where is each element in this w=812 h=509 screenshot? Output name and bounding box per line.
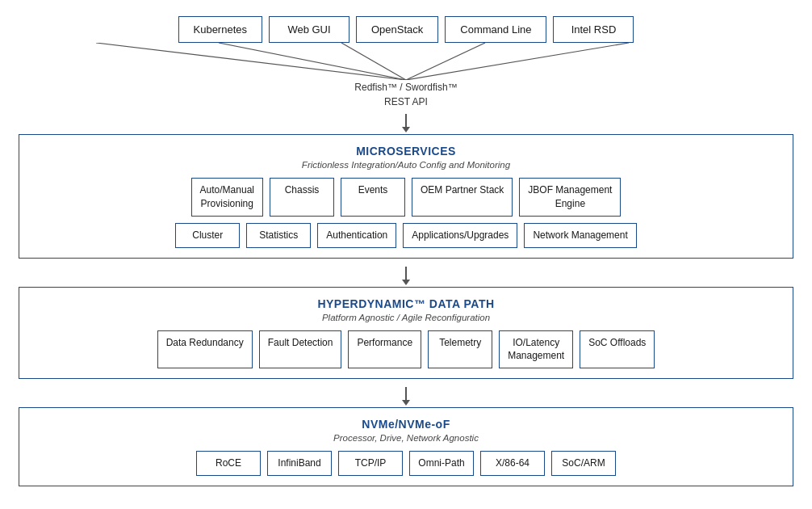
item-telemetry: Telemetry [428, 330, 492, 369]
item-applications: Applications/Upgrades [403, 223, 517, 248]
microservices-title: MICROSERVICES [32, 145, 780, 158]
svg-line-1 [219, 43, 406, 80]
item-cluster: Cluster [175, 223, 240, 248]
item-soc-offloads: SoC Offloads [580, 330, 655, 369]
top-box-commandline: Command Line [445, 16, 546, 43]
item-fault-detection: Fault Detection [259, 330, 342, 369]
nvme-title: NVMe/NVMe-oF [32, 418, 780, 431]
item-jbof: JBOF ManagementEngine [519, 178, 621, 217]
item-infiniband: InfiniBand [267, 451, 332, 476]
svg-line-0 [96, 43, 406, 80]
item-chassis: Chassis [270, 178, 334, 217]
microservices-section: MICROSERVICES Frictionless Integration/A… [19, 134, 793, 258]
item-roce: RoCE [196, 451, 261, 476]
hyperdynamic-section: HYPERDYNAMIC™ DATA PATH Platform Agnosti… [19, 287, 793, 380]
arrow-down-3 [402, 387, 410, 406]
top-box-webgui: Web GUI [269, 16, 349, 43]
microservices-row1: Auto/ManualProvisioning Chassis Events O… [32, 178, 780, 217]
connector-lines [19, 43, 793, 80]
top-box-intelrsd: Intel RSD [553, 16, 634, 43]
item-oem: OEM Partner Stack [412, 178, 513, 217]
item-io-latency: IO/LatencyManagement [499, 330, 573, 369]
svg-line-4 [406, 43, 629, 80]
hyperdynamic-subtitle: Platform Agnostic / Agile Reconfiguratio… [32, 313, 780, 322]
architecture-diagram: Kubernetes Web GUI OpenStack Command Lin… [19, 16, 793, 493]
top-box-kubernetes: Kubernetes [178, 16, 263, 43]
item-x86-64: X/86-64 [480, 451, 545, 476]
nvme-subtitle: Processor, Drive, Network Agnostic [32, 433, 780, 443]
rest-api-label: Redfish™ / Swordfish™ REST API [354, 80, 457, 109]
item-statistics: Statistics [246, 223, 311, 248]
item-network-management: Network Management [524, 223, 636, 248]
nvme-section: NVMe/NVMe-oF Processor, Drive, Network A… [19, 407, 793, 486]
hyperdynamic-title: HYPERDYNAMIC™ DATA PATH [32, 297, 780, 310]
nvme-row1: RoCE InfiniBand TCP/IP Omni-Path X/86-64… [32, 451, 780, 476]
svg-line-2 [341, 43, 406, 80]
arrow-down-2 [402, 267, 410, 285]
item-omnipath: Omni-Path [409, 451, 474, 476]
item-socarm: SoC/ARM [551, 451, 616, 476]
arrow-down-1 [402, 114, 410, 133]
item-tcpip: TCP/IP [338, 451, 403, 476]
hyperdynamic-row1: Data Redundancy Fault Detection Performa… [32, 330, 780, 369]
item-authentication: Authentication [317, 223, 396, 248]
item-auto-manual: Auto/ManualProvisioning [191, 178, 263, 217]
top-row: Kubernetes Web GUI OpenStack Command Lin… [19, 16, 793, 43]
item-events: Events [341, 178, 405, 217]
item-data-redundancy: Data Redundancy [157, 330, 253, 369]
microservices-subtitle: Frictionless Integration/Auto Config and… [32, 160, 780, 170]
top-box-openstack: OpenStack [356, 16, 438, 43]
svg-line-3 [406, 43, 485, 80]
item-performance: Performance [348, 330, 421, 369]
microservices-row2: Cluster Statistics Authentication Applic… [32, 223, 780, 248]
